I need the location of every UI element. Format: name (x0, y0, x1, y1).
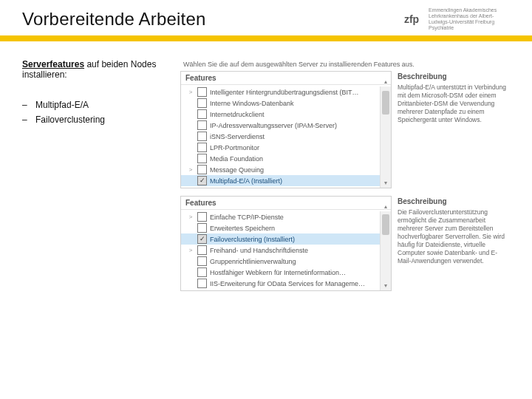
feature-item[interactable]: Hostfähiger Webkern für Internetinformat… (181, 267, 391, 278)
page-title: Vorbereitende Arbeiten (22, 9, 206, 30)
scroll-down-icon[interactable]: ▾ (381, 177, 391, 188)
bullet-list: –Multipfad-E/A –Failoverclustering (22, 98, 170, 127)
logo-caption: Emmendingen Akademisches Lehrkrankenhaus… (429, 7, 510, 31)
expand-icon (187, 122, 194, 129)
features-tree-2[interactable]: Features >Einfache TCP/IP-DiensteErweite… (180, 196, 392, 291)
feature-item[interactable]: Multipfad-E/A (Installiert) (181, 175, 391, 186)
expand-icon[interactable]: > (187, 214, 194, 221)
feature-item[interactable]: Interne Windows-Datenbank (181, 98, 391, 109)
expand-icon (187, 236, 194, 243)
feature-item[interactable]: Failoverclustering (Installiert) (181, 233, 391, 245)
checkbox[interactable] (197, 279, 207, 288)
checkbox[interactable] (197, 154, 207, 163)
bullet-item: Failoverclustering (35, 112, 105, 127)
description-pane-1: Beschreibung Multipfad-E/A unterstützt i… (396, 71, 510, 188)
feature-label: Multipfad-E/A (Installiert) (210, 177, 388, 185)
feature-item[interactable]: >Einfache TCP/IP-Dienste (181, 211, 391, 222)
scrollbar[interactable]: ▴ ▾ (380, 211, 391, 290)
feature-label: iSNS-Serverdienst (210, 133, 388, 140)
checkbox[interactable] (197, 109, 207, 119)
expand-icon[interactable]: > (187, 89, 194, 96)
expand-icon (187, 133, 194, 140)
scroll-up-icon[interactable]: ▴ (381, 76, 391, 86)
feature-label: Gruppenrichtlinienverwaltung (210, 258, 388, 265)
expand-icon (187, 225, 194, 232)
feature-label: LPR-Portmonitor (210, 144, 388, 151)
checkbox[interactable] (197, 212, 207, 222)
feature-item[interactable]: Erweitertes Speichern (181, 222, 391, 233)
feature-label: Einfache TCP/IP-Dienste (210, 214, 388, 221)
description-text: Multipfad-E/A unterstützt in Verbindung … (398, 83, 508, 124)
feature-label: Hostfähiger Webkern für Internetinformat… (210, 269, 388, 276)
checkbox[interactable] (197, 98, 207, 108)
expand-icon[interactable]: > (187, 247, 194, 254)
logo: zfp Emmendingen Akademisches Lehrkranken… (399, 7, 510, 31)
feature-item[interactable]: >Freihand- und Handschriftdienste (181, 245, 391, 256)
feature-item[interactable]: Media Foundation (181, 153, 391, 164)
description-header: Beschreibung (398, 72, 508, 81)
description-header: Beschreibung (398, 197, 508, 205)
checkbox[interactable] (197, 267, 207, 277)
feature-label: Message Queuing (210, 166, 388, 174)
checkbox[interactable] (197, 143, 207, 152)
feature-item[interactable]: iSNS-Serverdienst (181, 131, 391, 142)
feature-label: Interne Windows-Datenbank (210, 100, 388, 107)
checkbox[interactable] (197, 256, 207, 266)
expand-icon (187, 258, 194, 265)
expand-icon (187, 100, 194, 107)
feature-label: IP-Adressverwaltungsserver (IPAM-Server) (210, 122, 388, 129)
checkbox[interactable] (197, 234, 207, 244)
scroll-thumb[interactable] (382, 214, 389, 235)
expand-icon (187, 177, 194, 185)
feature-label: Erweitertes Speichern (210, 225, 388, 232)
feature-item[interactable]: >Intelligenter Hintergrundübertragungsdi… (181, 86, 391, 98)
features-tree-1[interactable]: Features >Intelligenter Hintergrundübert… (180, 71, 392, 188)
expand-icon (187, 111, 194, 118)
feature-item[interactable]: Gruppenrichtlinienverwaltung (181, 256, 391, 267)
feature-label: Internetdruckclient (210, 111, 388, 118)
feature-label: Freihand- und Handschriftdienste (210, 247, 388, 254)
checkbox[interactable] (197, 87, 207, 97)
tree-header: Features (181, 197, 391, 210)
expand-icon (187, 155, 194, 163)
features-panel-1: Wählen Sie die auf dem ausgewählten Serv… (180, 59, 510, 188)
bullet-item: Multipfad-E/A (35, 98, 89, 112)
intro-text: Serverfeatures auf beiden Nodes installi… (22, 59, 170, 80)
feature-label: Failoverclustering (Installiert) (210, 236, 388, 243)
feature-label: Intelligenter Hintergrundübertragungsdie… (210, 89, 388, 96)
panel-instruction: Wählen Sie die auf dem ausgewählten Serv… (183, 61, 510, 68)
checkbox[interactable] (197, 176, 207, 185)
expand-icon (187, 269, 194, 276)
feature-item[interactable]: IIS-Erweiterung für OData Services for M… (181, 278, 391, 289)
scroll-up-icon[interactable]: ▴ (381, 201, 391, 211)
scrollbar[interactable]: ▴ ▾ (380, 86, 391, 188)
checkbox[interactable] (197, 120, 207, 130)
feature-label: Media Foundation (210, 155, 388, 163)
scroll-thumb[interactable] (382, 91, 389, 115)
description-pane-2: Beschreibung Die Failoverclusterunterstü… (396, 196, 510, 291)
checkbox[interactable] (197, 223, 207, 233)
tree-header: Features (181, 72, 391, 85)
feature-item[interactable]: IP-Adressverwaltungsserver (IPAM-Server) (181, 120, 391, 131)
checkbox[interactable] (197, 245, 207, 255)
logo-mark: zfp (399, 10, 424, 28)
checkbox[interactable] (197, 132, 207, 141)
accent-bar (0, 35, 532, 41)
feature-item[interactable]: Internetdruckclient (181, 109, 391, 120)
feature-item[interactable]: LPR-Portmonitor (181, 142, 391, 153)
expand-icon (187, 144, 194, 151)
features-panel-2: Features >Einfache TCP/IP-DiensteErweite… (180, 196, 510, 291)
expand-icon (187, 280, 194, 287)
description-text: Die Failoverclusterunterstützung ermögli… (398, 208, 508, 265)
expand-icon[interactable]: > (187, 166, 194, 174)
scroll-down-icon[interactable]: ▾ (381, 280, 391, 290)
checkbox[interactable] (197, 165, 207, 174)
feature-item[interactable]: >Message Queuing (181, 164, 391, 175)
feature-label: IIS-Erweiterung für OData Services for M… (210, 280, 388, 287)
